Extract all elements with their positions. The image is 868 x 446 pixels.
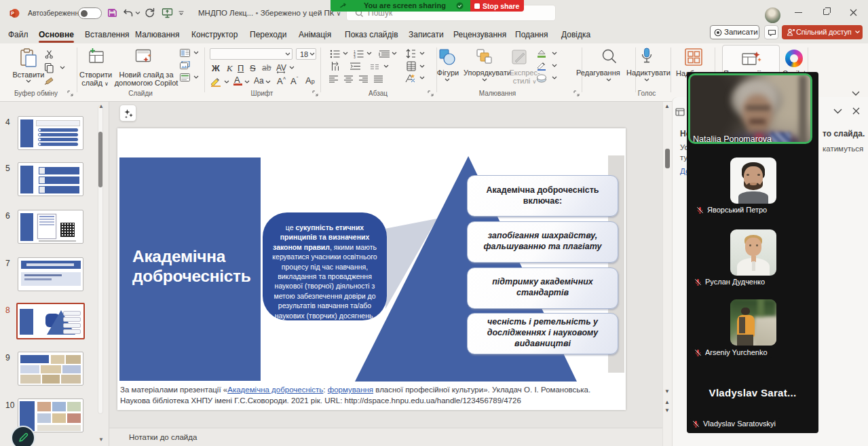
svg-text:3: 3 bbox=[354, 55, 356, 58]
svg-text:P: P bbox=[11, 11, 14, 16]
